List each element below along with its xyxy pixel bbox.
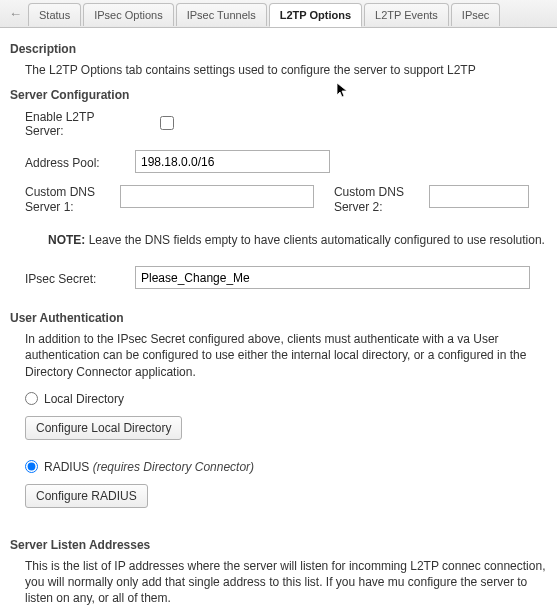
tab-status[interactable]: Status — [28, 3, 81, 26]
enable-l2tp-label: Enable L2TP Server: — [25, 108, 135, 138]
tab-l2tp-events[interactable]: L2TP Events — [364, 3, 449, 26]
tab-ipsec-tunnels[interactable]: IPsec Tunnels — [176, 3, 267, 26]
nav-back-arrow: ← — [3, 6, 28, 21]
note-text: Leave the DNS fields empty to have clien… — [85, 233, 545, 247]
radius-radio[interactable] — [25, 460, 38, 473]
note-bold: NOTE: — [48, 233, 85, 247]
dns2-input[interactable] — [429, 185, 529, 208]
local-directory-row: Local Directory — [10, 392, 549, 406]
ipsec-secret-label: IPsec Secret: — [25, 270, 135, 286]
user-auth-text: In addition to the IPsec Secret configur… — [10, 331, 549, 380]
listen-title: Server Listen Addresses — [10, 538, 549, 552]
radius-label: RADIUS (requires Directory Connector) — [44, 460, 254, 474]
radius-italic: (requires Directory Connector) — [93, 460, 254, 474]
dns1-label: Custom DNS Server 1: — [25, 185, 112, 214]
tab-l2tp-options[interactable]: L2TP Options — [269, 3, 362, 27]
enable-l2tp-checkbox[interactable] — [160, 116, 174, 130]
tab-bar: ← Status IPsec Options IPsec Tunnels L2T… — [0, 0, 557, 28]
configure-local-button[interactable]: Configure Local Directory — [25, 416, 182, 440]
content-area: Description The L2TP Options tab contain… — [0, 28, 557, 615]
dns2-label: Custom DNS Server 2: — [334, 185, 421, 214]
local-directory-radio[interactable] — [25, 392, 38, 405]
enable-l2tp-row: Enable L2TP Server: — [10, 108, 549, 138]
tab-ipsec-options[interactable]: IPsec Options — [83, 3, 173, 26]
description-text: The L2TP Options tab contains settings u… — [10, 62, 549, 78]
dns1-input[interactable] — [120, 185, 314, 208]
radius-label-text: RADIUS — [44, 460, 93, 474]
ipsec-secret-row: IPsec Secret: — [10, 266, 549, 289]
dns-note: NOTE: Leave the DNS fields empty to have… — [10, 232, 549, 248]
configure-radius-button[interactable]: Configure RADIUS — [25, 484, 148, 508]
local-directory-label: Local Directory — [44, 392, 124, 406]
dns-row: Custom DNS Server 1: Custom DNS Server 2… — [10, 185, 549, 214]
address-pool-row: Address Pool: — [10, 150, 549, 173]
address-pool-label: Address Pool: — [25, 154, 135, 170]
radius-row: RADIUS (requires Directory Connector) — [10, 460, 549, 474]
tab-ipsec[interactable]: IPsec — [451, 3, 501, 26]
user-auth-title: User Authentication — [10, 311, 549, 325]
server-config-title: Server Configuration — [10, 88, 549, 102]
listen-text: This is the list of IP addresses where t… — [10, 558, 549, 607]
address-pool-input[interactable] — [135, 150, 330, 173]
ipsec-secret-input[interactable] — [135, 266, 530, 289]
description-title: Description — [10, 42, 549, 56]
